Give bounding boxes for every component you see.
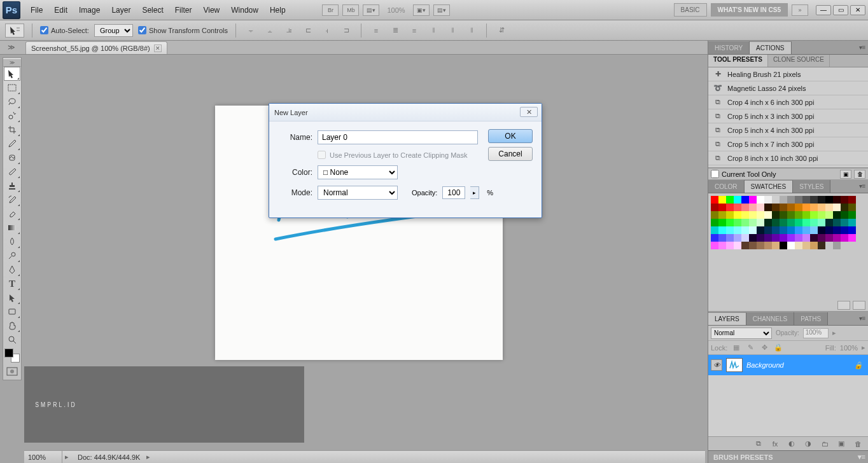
swatch[interactable]: [741, 234, 749, 242]
swatch[interactable]: [825, 226, 833, 234]
chevron-right-icon[interactable]: ▸: [146, 453, 150, 461]
current-tool-only-checkbox[interactable]: [711, 170, 719, 178]
swatch[interactable]: [787, 234, 795, 242]
swatch[interactable]: [757, 219, 764, 226]
move-tool[interactable]: [4, 67, 20, 81]
swatch[interactable]: [772, 204, 780, 211]
swatch[interactable]: [711, 204, 718, 211]
swatch[interactable]: [787, 204, 795, 211]
visibility-icon[interactable]: 👁: [711, 359, 722, 371]
pen-tool[interactable]: [4, 263, 20, 277]
swatch[interactable]: [749, 226, 757, 234]
swatch[interactable]: [718, 242, 726, 249]
distribute-top-icon[interactable]: ≡: [369, 24, 383, 38]
swatch[interactable]: [757, 242, 764, 249]
swatch[interactable]: [825, 219, 833, 226]
panel-menu-icon[interactable]: ▾≡: [858, 314, 867, 322]
new-swatch-icon[interactable]: [837, 301, 850, 310]
swatch[interactable]: [802, 196, 810, 204]
swatch[interactable]: [848, 211, 856, 219]
swatch[interactable]: [780, 234, 787, 242]
stamp-tool[interactable]: [4, 179, 20, 193]
workspace-whatsnew[interactable]: WHAT'S NEW IN CS5: [711, 3, 788, 17]
screen-mode-icon[interactable]: ▤▾: [363, 4, 379, 16]
swatch[interactable]: [802, 242, 810, 249]
swatch[interactable]: [772, 196, 780, 204]
swatch[interactable]: [795, 196, 802, 204]
swatch[interactable]: [718, 226, 726, 234]
quick-mask-icon[interactable]: [4, 364, 20, 378]
window-restore-button[interactable]: ▭: [833, 5, 848, 15]
swatch[interactable]: [825, 204, 833, 211]
swatch[interactable]: [757, 196, 764, 204]
opacity-spinner[interactable]: ▸: [470, 186, 479, 199]
menu-select[interactable]: Select: [137, 3, 168, 17]
swatch[interactable]: [787, 242, 795, 249]
swatch[interactable]: [848, 219, 856, 226]
preset-item[interactable]: ⧉Crop 8 inch x 10 inch 300 ppi: [708, 151, 868, 165]
tab-color[interactable]: COLOR: [708, 180, 745, 193]
swatch[interactable]: [726, 219, 734, 226]
distribute-left-icon[interactable]: ⦀: [426, 24, 440, 38]
align-top-icon[interactable]: ⫟: [244, 24, 258, 38]
swatch[interactable]: [810, 204, 818, 211]
swatch[interactable]: [711, 226, 718, 234]
swatch[interactable]: [734, 196, 741, 204]
delete-swatch-icon[interactable]: [853, 301, 865, 310]
tab-history[interactable]: HISTORY: [708, 41, 750, 54]
swatch[interactable]: [780, 242, 787, 249]
minibridge-icon[interactable]: Mb: [342, 4, 359, 16]
zoom-tool[interactable]: [4, 333, 20, 347]
layer-mask-icon[interactable]: ◐: [785, 439, 798, 449]
panel-menu-icon[interactable]: ▾≡: [858, 181, 867, 190]
swatch[interactable]: [802, 226, 810, 234]
swatch[interactable]: [833, 234, 841, 242]
preset-item[interactable]: ⧉Crop 5 inch x 4 inch 300 ppi: [708, 123, 868, 137]
swatch[interactable]: [734, 226, 741, 234]
foreground-background-colors[interactable]: [4, 348, 20, 363]
type-tool[interactable]: T: [4, 277, 20, 291]
show-transform-checkbox[interactable]: Show Transform Controls: [138, 26, 228, 34]
auto-select-checkbox[interactable]: Auto-Select:: [40, 26, 89, 34]
swatch[interactable]: [726, 204, 734, 211]
tab-paths[interactable]: PATHS: [794, 312, 828, 325]
tool-presets-list[interactable]: ✚Healing Brush 21 pixels ➰Magnetic Lasso…: [708, 67, 868, 168]
swatch[interactable]: [749, 234, 757, 242]
swatch[interactable]: [818, 226, 825, 234]
lock-transparency-icon[interactable]: ▦: [731, 343, 741, 353]
path-select-tool[interactable]: [4, 291, 20, 305]
distribute-hcenter-icon[interactable]: ⦀: [445, 24, 459, 38]
adjustment-layer-icon[interactable]: ◑: [802, 439, 815, 449]
swatch[interactable]: [718, 219, 726, 226]
lasso-tool[interactable]: [4, 95, 20, 109]
distribute-right-icon[interactable]: ⦀: [465, 24, 479, 38]
layer-row-background[interactable]: 👁 Background 🔒: [708, 355, 868, 375]
delete-preset-icon[interactable]: 🗑: [854, 170, 865, 179]
tab-clone-source[interactable]: CLONE SOURCE: [768, 55, 830, 67]
swatch[interactable]: [848, 204, 856, 211]
swatch[interactable]: [749, 211, 757, 219]
swatch[interactable]: [780, 196, 787, 204]
swatch[interactable]: [795, 219, 802, 226]
swatch[interactable]: [795, 242, 802, 249]
swatch[interactable]: [833, 211, 841, 219]
swatch[interactable]: [764, 242, 772, 249]
swatch[interactable]: [833, 204, 841, 211]
distribute-bottom-icon[interactable]: ≡: [407, 24, 421, 38]
swatch[interactable]: [718, 204, 726, 211]
preset-item[interactable]: ✚Healing Brush 21 pixels: [708, 67, 868, 81]
hand-tool[interactable]: [4, 319, 20, 333]
swatch[interactable]: [718, 196, 726, 204]
swatch[interactable]: [833, 242, 841, 249]
swatch[interactable]: [726, 196, 734, 204]
swatch[interactable]: [810, 219, 818, 226]
swatch[interactable]: [780, 219, 787, 226]
swatch[interactable]: [802, 219, 810, 226]
swatch-grid[interactable]: [711, 196, 856, 249]
swatch[interactable]: [764, 219, 772, 226]
tab-tool-presets[interactable]: TOOL PRESETS: [708, 55, 768, 67]
swatch[interactable]: [772, 242, 780, 249]
align-vcenter-icon[interactable]: ⫠: [263, 24, 277, 38]
swatch[interactable]: [757, 204, 764, 211]
swatch[interactable]: [726, 242, 734, 249]
